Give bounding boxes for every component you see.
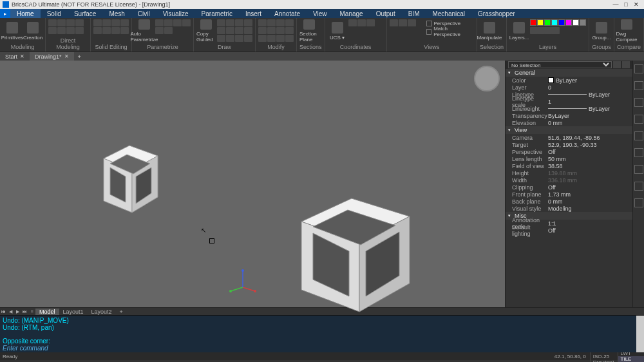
- status-toggle-tile[interactable]: TILE: [618, 356, 644, 362]
- ribbon-tool-icon[interactable]: [267, 19, 276, 26]
- ribbon-tool-icon[interactable]: [276, 35, 285, 42]
- close-button[interactable]: ✕: [631, 1, 641, 8]
- ribbon-tool-icon[interactable]: [348, 19, 357, 26]
- menu-tab-insert[interactable]: Insert: [239, 9, 268, 18]
- ribbon-tool-icon[interactable]: [75, 19, 84, 26]
- props-row-lineweight[interactable]: LineweightByLayer: [506, 105, 632, 112]
- ribbon-tool-icon[interactable]: [235, 19, 243, 26]
- layer-color-swatch[interactable]: [537, 19, 544, 26]
- ribbon-tool-icon[interactable]: [164, 19, 173, 26]
- app-menu-button[interactable]: ▸: [0, 9, 10, 18]
- props-row-visual-style[interactable]: Visual styleModeling: [506, 205, 632, 212]
- ribbon-tool-icon[interactable]: [244, 35, 252, 42]
- props-row-linetype-scale[interactable]: Linetype scale1: [506, 98, 632, 105]
- ribbon-tool-icon[interactable]: [366, 19, 375, 26]
- ribbon-button-creation[interactable]: Creation: [23, 19, 43, 43]
- ribbon-tool-icon[interactable]: [66, 19, 75, 26]
- ribbon-button-auto-parametrize[interactable]: Auto Parametrize: [135, 19, 154, 43]
- ribbon-check-match-perspective[interactable]: Match Perspective: [426, 28, 474, 35]
- props-value[interactable]: Off: [548, 184, 632, 191]
- menu-tab-surface[interactable]: Surface: [68, 9, 102, 18]
- layout-tab-add[interactable]: +: [116, 309, 127, 315]
- props-row-camera[interactable]: Camera51.6, 189.44, -89.56: [506, 134, 632, 141]
- rail-tool-icon[interactable]: [634, 81, 643, 90]
- menu-tab-civil[interactable]: Civil: [131, 9, 156, 18]
- props-value[interactable]: ByLayer: [548, 113, 632, 119]
- layout-nav-button[interactable]: ≡: [28, 309, 35, 314]
- ribbon-tool-icon[interactable]: [357, 19, 366, 26]
- ribbon-tool-icon[interactable]: [235, 27, 243, 34]
- ribbon-tool-icon[interactable]: [93, 19, 102, 26]
- ribbon-tool-icon[interactable]: [93, 27, 102, 34]
- ribbon-tool-icon[interactable]: [102, 27, 111, 34]
- ribbon-tool-icon[interactable]: [226, 35, 234, 42]
- rail-tool-icon[interactable]: [634, 115, 643, 124]
- maximize-button[interactable]: □: [621, 1, 631, 8]
- layer-color-swatch[interactable]: [544, 19, 551, 26]
- layout-nav-button[interactable]: ▶: [14, 309, 21, 314]
- layout-nav-button[interactable]: ⏮: [0, 309, 7, 314]
- ribbon-tool-icon[interactable]: [173, 19, 182, 26]
- layer-color-swatch[interactable]: [573, 19, 579, 26]
- ribbon-button-manipulate[interactable]: Manipulate: [480, 19, 499, 43]
- menu-tab-mesh[interactable]: Mesh: [102, 9, 131, 18]
- props-value[interactable]: 0 mm: [548, 120, 632, 126]
- ribbon-tool-icon[interactable]: [258, 35, 267, 42]
- menu-tab-parametric[interactable]: Parametric: [195, 9, 239, 18]
- ribbon-tool-icon[interactable]: [285, 35, 294, 42]
- ribbon-tool-icon[interactable]: [217, 27, 225, 34]
- ribbon-tool-icon[interactable]: [244, 27, 252, 34]
- layer-color-swatch[interactable]: [551, 19, 558, 26]
- ribbon-button-group-[interactable]: Group...: [592, 19, 611, 43]
- ribbon-tool-icon[interactable]: [226, 27, 234, 34]
- layout-nav-button[interactable]: ◀: [7, 309, 14, 314]
- ribbon-button-ucs-[interactable]: UCS ▾: [328, 19, 347, 43]
- props-row-transparency[interactable]: TransparencyByLayer: [506, 112, 632, 119]
- props-row-height[interactable]: Height139.88 mm: [506, 169, 632, 176]
- props-section-view[interactable]: View: [506, 126, 632, 134]
- ribbon-tool-icon[interactable]: [182, 19, 191, 26]
- props-row-front-plane[interactable]: Front plane1.73 mm: [506, 191, 632, 198]
- ribbon-tool-icon[interactable]: [217, 19, 225, 26]
- ribbon-tool-icon[interactable]: [390, 19, 398, 26]
- props-section-general[interactable]: General: [506, 69, 632, 77]
- menu-tab-mechanical[interactable]: Mechanical: [426, 9, 471, 18]
- viewport[interactable]: ↖: [0, 61, 505, 307]
- ribbon-tool-icon[interactable]: [111, 19, 120, 26]
- props-value[interactable]: ByLayer: [548, 91, 632, 98]
- ribbon-tool-icon[interactable]: [57, 19, 66, 26]
- cmd-scrollbar[interactable]: [636, 316, 644, 352]
- layer-color-swatch[interactable]: [580, 19, 586, 26]
- menu-tab-annotate[interactable]: Annotate: [268, 9, 307, 18]
- menu-tab-view[interactable]: View: [307, 9, 334, 18]
- ribbon-button-section-plane[interactable]: Section Plane: [299, 19, 319, 43]
- props-row-width[interactable]: Width336.18 mm: [506, 176, 632, 184]
- ribbon-tool-icon[interactable]: [258, 27, 267, 34]
- props-row-clipping[interactable]: ClippingOff: [506, 184, 632, 191]
- layout-tab-model[interactable]: Model: [35, 309, 59, 315]
- props-value[interactable]: 336.18 mm: [548, 177, 632, 184]
- props-value[interactable]: 38.58: [548, 163, 632, 169]
- rail-tool-icon[interactable]: [634, 148, 643, 157]
- ribbon-tool-icon[interactable]: [120, 27, 129, 34]
- props-row-perspective[interactable]: PerspectiveOff: [506, 148, 632, 155]
- menu-tab-solid[interactable]: Solid: [41, 9, 68, 18]
- ribbon-tool-icon[interactable]: [155, 27, 164, 34]
- ribbon-tool-icon[interactable]: [235, 35, 243, 42]
- rail-tool-icon[interactable]: [634, 131, 643, 140]
- ribbon-tool-icon[interactable]: [120, 19, 129, 26]
- props-value[interactable]: Modeling: [548, 205, 632, 212]
- menu-tab-visualize[interactable]: Visualize: [156, 9, 195, 18]
- close-icon[interactable]: ✕: [64, 53, 69, 59]
- rail-tool-icon[interactable]: [634, 198, 643, 207]
- viewcube[interactable]: [474, 66, 500, 91]
- props-value[interactable]: ByLayer: [548, 106, 632, 112]
- ribbon-tool-icon[interactable]: [408, 19, 416, 26]
- ribbon-tool-icon[interactable]: [164, 27, 173, 34]
- menu-tab-output[interactable]: Output: [370, 9, 402, 18]
- props-value[interactable]: 0 mm: [548, 198, 632, 205]
- props-value[interactable]: 1.73 mm: [548, 191, 632, 198]
- ribbon-tool-icon[interactable]: [399, 19, 407, 26]
- layout-nav-button[interactable]: ⏭: [21, 309, 28, 314]
- props-value[interactable]: 1:1: [548, 220, 632, 227]
